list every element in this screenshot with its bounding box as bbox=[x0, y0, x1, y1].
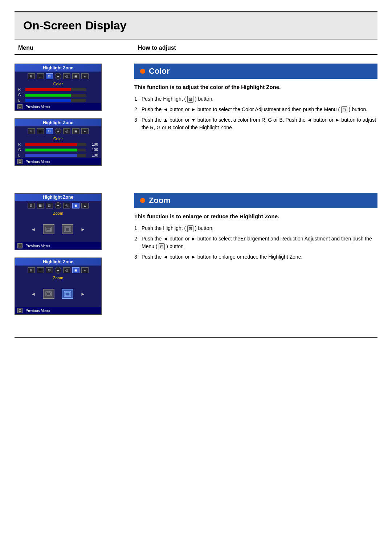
osd-r-label-2: R bbox=[18, 142, 24, 146]
zoom-box-large bbox=[62, 224, 73, 234]
color-subtitle: This function is to adjust the color of … bbox=[134, 84, 377, 90]
step-text: Push the ▲ button or ▼ button to select … bbox=[142, 116, 377, 131]
osd-row-r-1: R bbox=[15, 87, 101, 92]
step-text: Push the Highlight ( ⊡ ) button. bbox=[142, 95, 377, 103]
svg-rect-3 bbox=[65, 228, 70, 231]
osd-footer-2: ⊡ : Previous Menu bbox=[15, 158, 101, 165]
osd-empty-3 bbox=[15, 281, 101, 284]
osd-zoom2-icon-3: ⊡ bbox=[46, 267, 53, 273]
osd-row-r-2: R 100 bbox=[15, 142, 101, 147]
svg-rect-5 bbox=[47, 293, 50, 295]
osd-icon-list-2: ☰ bbox=[37, 128, 44, 134]
step-num: 1 bbox=[134, 224, 142, 232]
zoom-box-small bbox=[43, 224, 54, 234]
osd-title-2: Highlight Zone bbox=[15, 119, 101, 126]
osd-zoom-icon-5: ◎ bbox=[63, 203, 70, 208]
zoom-subtitle: This function is to enlarge or reduce th… bbox=[134, 213, 377, 219]
zoom-right-arrow: ► bbox=[81, 227, 85, 232]
bottom-border bbox=[15, 337, 377, 338]
osd-bar-b bbox=[25, 99, 86, 102]
osd-row-g-1: G bbox=[15, 92, 101, 98]
list-item: 3 Push the ◄ button or ► button to enlar… bbox=[134, 253, 377, 261]
osd-bar-red-fill bbox=[25, 88, 71, 91]
osd-b-label: B bbox=[18, 98, 24, 102]
osd-bar-blue-fill-2 bbox=[25, 154, 77, 157]
osd-label-1: Color bbox=[15, 81, 101, 87]
osd-icon-grid-2: ⊞ bbox=[28, 128, 35, 134]
svg-rect-1 bbox=[47, 228, 50, 231]
section-spacer-1 bbox=[0, 173, 392, 184]
osd-empty-2 bbox=[15, 239, 101, 242]
step-num: 2 bbox=[134, 235, 142, 250]
osd-label-2: Color bbox=[15, 136, 101, 142]
color-section-wrapper: Highlight Zone ⊞ ☰ ⊡ ● ◎ ▣ ▲ Color R bbox=[15, 55, 377, 173]
zoom-title: Zoom bbox=[149, 196, 171, 205]
osd-zoom-label-2: Zoom bbox=[15, 275, 101, 281]
osd-zoom-row-1: ◄ ► bbox=[15, 220, 101, 239]
osd-row-b-1: B bbox=[15, 98, 101, 103]
page-wrapper: On-Screen Display Menu How to adjust Hig… bbox=[0, 11, 392, 555]
osd-b-label-2: B bbox=[18, 153, 24, 157]
osd-zoom-title-1: Highlight Zone bbox=[15, 194, 101, 201]
list-item: 1 Push the Highlight ( ⊡ ) button. bbox=[134, 95, 377, 103]
osd-zoom-footer-text-1: : Previous Menu bbox=[24, 244, 50, 248]
osd-icon-eye: ◎ bbox=[63, 73, 70, 79]
list-item: 3 Push the ▲ button or ▼ button to selec… bbox=[134, 116, 377, 131]
zoom-box-large-2 bbox=[62, 289, 73, 299]
zoom-dot bbox=[140, 198, 145, 203]
osd-icon-tri-2: ▲ bbox=[81, 128, 89, 134]
osd-footer-icon-1: ⊡ bbox=[17, 104, 23, 109]
step-text: Push the ◄ button or ► button to select … bbox=[142, 235, 377, 250]
osd-zoom-footer-icon-1: ⊡ bbox=[17, 243, 23, 248]
menu-btn-icon: ⊡ bbox=[341, 106, 347, 113]
color-steps-list: 1 Push the Highlight ( ⊡ ) button. 2 Pus… bbox=[134, 95, 377, 131]
color-dot bbox=[140, 69, 145, 74]
osd-icon-box: ▣ bbox=[72, 73, 79, 79]
osd-zoom2-icon-5: ◎ bbox=[63, 267, 70, 273]
osd-icon-grid: ⊞ bbox=[28, 73, 35, 79]
osd-icon-circle-2: ● bbox=[55, 128, 61, 134]
list-item: 2 Push the ◄ button or ► button to selec… bbox=[134, 106, 377, 113]
color-title: Color bbox=[149, 66, 170, 76]
osd-zoom-row-2: ◄ ► bbox=[15, 284, 101, 303]
zoom-osd-column: Highlight Zone ⊞ ☰ ⊡ ● ◎ ▣ ▲ Zoom ◄ bbox=[15, 193, 120, 322]
zoom-steps-list: 1 Push the Highlight ( ⊡ ) button. 2 Pus… bbox=[134, 224, 377, 261]
step-text: Push the ◄ button or ► button to enlarge… bbox=[142, 253, 377, 261]
osd-zoom2-icon-4: ● bbox=[55, 267, 61, 274]
osd-zoom-icons-1: ⊞ ☰ ⊡ ● ◎ ▣ ▲ bbox=[15, 201, 101, 210]
page-title-area: On-Screen Display bbox=[15, 12, 377, 40]
osd-val-g-2: 100 bbox=[88, 148, 98, 152]
step-num: 3 bbox=[134, 253, 142, 261]
color-osd-column: Highlight Zone ⊞ ☰ ⊡ ● ◎ ▣ ▲ Color R bbox=[15, 64, 120, 173]
osd-bar-green-fill bbox=[25, 94, 71, 97]
osd-zoom2-icon-2: ☰ bbox=[37, 267, 44, 273]
osd-footer-text-1: : Previous Menu bbox=[24, 105, 50, 109]
svg-rect-7 bbox=[65, 292, 70, 296]
osd-zoom2-icon-6: ▣ bbox=[72, 267, 79, 273]
osd-row-b-2: B 100 bbox=[15, 153, 101, 158]
list-item: 1 Push the Highlight ( ⊡ ) button. bbox=[134, 224, 377, 232]
step-text: Push the Highlight ( ⊡ ) button. bbox=[142, 224, 377, 232]
osd-bar-green-fill-2 bbox=[25, 149, 77, 151]
osd-icon-box-2: ▣ bbox=[72, 128, 79, 134]
page-title: On-Screen Display bbox=[23, 19, 127, 32]
osd-val-r-2: 100 bbox=[88, 142, 98, 146]
list-item: 2 Push the ◄ button or ► button to selec… bbox=[134, 235, 377, 250]
osd-bar-r-2 bbox=[25, 143, 86, 146]
zoom-section-header: Zoom bbox=[134, 193, 377, 208]
menu-btn-icon-zoom: ⊡ bbox=[159, 243, 165, 250]
osd-bar-g bbox=[25, 94, 86, 97]
osd-empty-4 bbox=[15, 303, 101, 307]
osd-zoom-footer-1: ⊡ : Previous Menu bbox=[15, 242, 101, 250]
osd-icons-row-2: ⊞ ☰ ⊡ ● ◎ ▣ ▲ bbox=[15, 126, 101, 136]
osd-zoom-footer-icon-2: ⊡ bbox=[17, 308, 23, 313]
osd-zoom-icon-6: ▣ bbox=[72, 203, 79, 208]
highlight-btn-icon-zoom: ⊡ bbox=[187, 225, 193, 232]
color-instructions: Color This function is to adjust the col… bbox=[120, 64, 377, 173]
color-osd-menu-2: Highlight Zone ⊞ ☰ ⊡ ● ◎ ▣ ▲ Color R 100 bbox=[15, 118, 102, 166]
osd-zoom2-icon-1: ⊞ bbox=[28, 267, 35, 273]
osd-zoom-icon-3: ⊡ bbox=[46, 203, 53, 208]
osd-zoom-icons-2: ⊞ ☰ ⊡ ● ◎ ▣ ▲ bbox=[15, 266, 101, 275]
osd-bar-b-2 bbox=[25, 154, 86, 157]
osd-empty-1 bbox=[15, 216, 101, 220]
